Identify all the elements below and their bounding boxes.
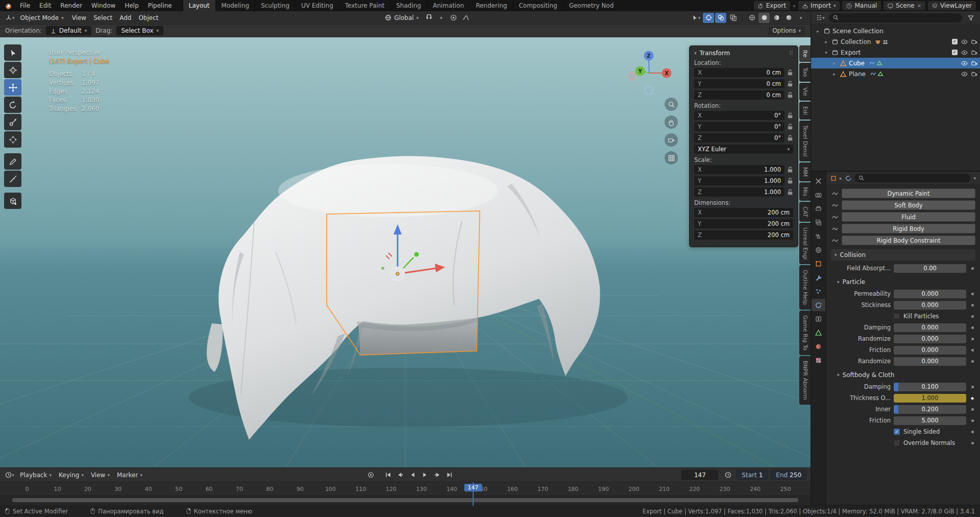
frame-start-field[interactable]: Start 1: [737, 470, 768, 480]
checkbox[interactable]: ✓: [952, 39, 958, 44]
sidebar-tab[interactable]: Unreal Engi: [799, 223, 811, 264]
orientation-dropdown[interactable]: Global ▾: [381, 14, 422, 22]
shading-wireframe-icon[interactable]: [746, 13, 757, 23]
scene-selector[interactable]: Scene ✕: [884, 1, 925, 10]
checkbox[interactable]: [894, 429, 900, 435]
number-field[interactable]: X0 cm: [694, 68, 785, 77]
play-reverse-button[interactable]: [407, 470, 419, 480]
data-tab-icon[interactable]: [812, 326, 825, 339]
scale-tool-button[interactable]: [4, 114, 21, 130]
workspace-tab[interactable]: Modeling: [215, 0, 255, 11]
value-slider[interactable]: 5.000: [894, 416, 966, 425]
timeline-menu-item[interactable]: Marker▾: [113, 472, 146, 479]
animate-dot-icon[interactable]: [969, 338, 975, 340]
toggle-xray-icon[interactable]: [727, 13, 739, 23]
disable-render-camera-icon[interactable]: [971, 72, 977, 77]
pan-hand-icon[interactable]: [665, 115, 678, 129]
snap-settings-dropdown[interactable]: ▾: [435, 13, 447, 23]
transform-panel-header[interactable]: ▾ Transform ⠿: [694, 50, 793, 57]
show-overlays-toggle[interactable]: [715, 13, 726, 23]
workspace-tab[interactable]: Animation: [427, 0, 470, 11]
animate-dot-icon[interactable]: [969, 396, 975, 401]
value-slider[interactable]: 1.000: [894, 394, 966, 403]
value-slider[interactable]: 0.000: [894, 290, 966, 298]
workspace-tab[interactable]: Texture Paint: [339, 0, 390, 11]
grid-view-icon[interactable]: [665, 151, 678, 165]
current-frame-badge[interactable]: 147: [464, 484, 482, 491]
number-field[interactable]: Z0°: [694, 133, 785, 143]
lock-icon[interactable]: [787, 135, 793, 141]
number-field[interactable]: Y200 cm: [694, 219, 793, 228]
animate-dot-icon[interactable]: [969, 293, 975, 295]
number-field[interactable]: Z0 cm: [694, 90, 785, 100]
disable-render-camera-icon[interactable]: [971, 50, 977, 55]
properties-search-input[interactable]: [867, 175, 967, 182]
number-field[interactable]: Y0 cm: [694, 79, 785, 88]
blender-logo-icon[interactable]: [0, 0, 15, 11]
move-tool-button[interactable]: [4, 79, 21, 96]
workspace-tab[interactable]: Sculpting: [255, 0, 295, 11]
timeline-menu-item[interactable]: Keying▾: [55, 472, 87, 479]
outliner-row-collection[interactable]: ▸ Collection ✓: [811, 36, 980, 47]
disable-render-camera-icon[interactable]: [971, 61, 977, 66]
sidebar-tab[interactable]: Mis: [799, 182, 811, 201]
play-button[interactable]: [420, 470, 431, 480]
number-field[interactable]: Z1.000: [694, 187, 785, 197]
value-slider[interactable]: 0.000: [894, 357, 966, 366]
output-tab-icon[interactable]: [812, 202, 825, 215]
sidebar-tab[interactable]: CAT: [799, 202, 811, 222]
viewport-menu-item[interactable]: View: [68, 14, 90, 22]
value-slider[interactable]: 0.000: [894, 323, 966, 332]
animate-dot-icon[interactable]: [969, 431, 975, 433]
enable-physics-button[interactable]: Soft Body: [842, 200, 975, 210]
lock-icon[interactable]: [787, 92, 793, 98]
number-field[interactable]: X1.000: [694, 165, 785, 174]
number-field[interactable]: Z200 cm: [694, 230, 793, 240]
animate-dot-icon[interactable]: [969, 419, 975, 422]
topbar-menu-item[interactable]: Help: [120, 0, 143, 11]
hide-eye-icon[interactable]: [961, 50, 968, 55]
outliner-row-export[interactable]: ▾ Export ✓: [811, 47, 980, 58]
options-dropdown-icon[interactable]: ▾: [973, 176, 976, 181]
enable-physics-button[interactable]: Rigid Body: [842, 224, 975, 233]
transform-tool-button[interactable]: [4, 131, 21, 148]
import-button[interactable]: Import ▾: [798, 1, 840, 10]
shading-dropdown[interactable]: ▾: [795, 13, 806, 23]
enable-physics-button[interactable]: Dynamic Paint: [842, 189, 975, 198]
outliner-row-scene-collection[interactable]: ▸ Scene Collection: [811, 26, 980, 36]
outliner-search[interactable]: [829, 13, 962, 22]
disable-render-camera-icon[interactable]: [971, 39, 977, 44]
animate-dot-icon[interactable]: [969, 349, 975, 351]
value-slider[interactable]: 0.000: [894, 346, 966, 355]
lock-icon[interactable]: [787, 178, 793, 184]
timeline-scrollbar[interactable]: [12, 498, 798, 502]
properties-search[interactable]: [854, 174, 971, 182]
disclosure-icon[interactable]: ▾: [823, 50, 829, 55]
material-tab-icon[interactable]: [812, 340, 825, 353]
workspace-tab[interactable]: Rendering: [470, 0, 512, 11]
timeline-menu-item[interactable]: Playback▾: [16, 472, 55, 479]
tweak-select-tool-button[interactable]: [4, 44, 21, 61]
render-tab-icon[interactable]: [812, 189, 825, 201]
hide-eye-icon[interactable]: [961, 39, 968, 44]
sidebar-tab[interactable]: MM: [799, 162, 811, 181]
particles-tab-icon[interactable]: [812, 285, 825, 297]
shading-solid-icon[interactable]: [758, 13, 770, 23]
outliner-editor-icon[interactable]: ▾: [815, 13, 826, 23]
jump-to-start-button[interactable]: [383, 470, 394, 480]
topbar-menu-item[interactable]: Render: [56, 0, 87, 11]
3d-viewport[interactable]: Z Y X: [0, 37, 811, 467]
physics-tab-icon[interactable]: [812, 299, 825, 311]
options-button[interactable]: Options ▾: [768, 26, 805, 35]
filter-icon[interactable]: [965, 13, 976, 23]
number-field[interactable]: X0°: [694, 111, 785, 120]
jump-to-end-button[interactable]: [444, 470, 455, 480]
viewlayer-tab-icon[interactable]: [812, 216, 825, 228]
timeline-editor-icon[interactable]: ▾: [4, 470, 15, 480]
mode-dropdown[interactable]: Object Mode ▾: [17, 14, 67, 22]
topbar-menu-item[interactable]: Pipeline: [143, 0, 177, 11]
tool-tab-icon[interactable]: [812, 175, 825, 187]
number-field[interactable]: Y1.000: [694, 176, 785, 185]
proportional-editing-icon[interactable]: [448, 13, 459, 23]
value-slider[interactable]: 0.100: [894, 383, 966, 391]
